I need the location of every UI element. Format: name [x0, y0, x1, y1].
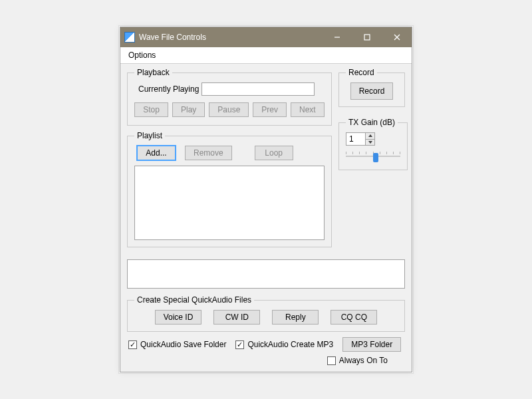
currently-playing-field[interactable]: [201, 82, 315, 96]
record-group: Record Record: [338, 68, 405, 107]
mp3-folder-button[interactable]: MP3 Folder: [342, 337, 401, 352]
playlist-listbox[interactable]: [134, 166, 325, 240]
next-button[interactable]: Next: [291, 102, 325, 117]
pause-button[interactable]: Pause: [209, 102, 249, 117]
playback-group: Playback Currently Playing Stop Play Pau…: [127, 68, 332, 126]
svg-marker-4: [368, 134, 372, 137]
loop-button[interactable]: Loop: [255, 146, 293, 160]
create-mp3-checkbox[interactable]: QuickAudio Create MP3: [235, 340, 333, 349]
minimize-button[interactable]: [322, 27, 352, 47]
cq-cq-button[interactable]: CQ CQ: [331, 310, 377, 325]
special-group: Create Special QuickAudio Files Voice ID…: [127, 295, 405, 332]
always-on-top-checkbox[interactable]: Always On To: [327, 356, 388, 365]
tx-gain-input[interactable]: [346, 133, 365, 145]
prev-button[interactable]: Prev: [253, 102, 287, 117]
playlist-legend: Playlist: [134, 131, 165, 140]
tx-gain-slider[interactable]: [346, 150, 400, 163]
app-icon: [124, 32, 135, 43]
menu-options[interactable]: Options: [124, 49, 160, 61]
save-folder-checkbox[interactable]: QuickAudio Save Folder: [128, 340, 226, 349]
always-on-top-label: Always On To: [339, 356, 388, 365]
play-button[interactable]: Play: [172, 102, 205, 117]
playlist-group: Playlist Add... Remove Loop: [127, 131, 332, 247]
window-title: Wave File Controls: [139, 33, 322, 42]
stop-button[interactable]: Stop: [134, 102, 168, 117]
save-folder-label: QuickAudio Save Folder: [140, 340, 226, 349]
titlebar[interactable]: Wave File Controls: [120, 27, 412, 47]
tx-gain-down[interactable]: [365, 140, 374, 146]
maximize-button[interactable]: [352, 27, 382, 47]
tx-gain-slider-thumb[interactable]: [373, 153, 378, 162]
tx-gain-up[interactable]: [365, 133, 374, 140]
svg-rect-1: [364, 35, 370, 40]
status-textbox[interactable]: [127, 259, 405, 289]
remove-button[interactable]: Remove: [185, 146, 232, 160]
tx-gain-spinner[interactable]: [346, 132, 375, 146]
special-legend: Create Special QuickAudio Files: [134, 295, 254, 305]
playback-legend: Playback: [134, 68, 172, 77]
record-button[interactable]: Record: [350, 82, 394, 100]
close-button[interactable]: [382, 27, 412, 47]
voice-id-button[interactable]: Voice ID: [155, 310, 202, 325]
menubar: Options: [120, 47, 412, 64]
currently-playing-label: Currently Playing: [138, 84, 199, 94]
add-button[interactable]: Add...: [137, 146, 176, 160]
svg-marker-5: [368, 141, 372, 144]
tx-gain-group: TX Gain (dB): [338, 118, 408, 170]
tx-gain-legend: TX Gain (dB): [346, 118, 398, 127]
wave-file-controls-window: Wave File Controls Options Playback Curr…: [120, 27, 412, 372]
create-mp3-label: QuickAudio Create MP3: [247, 340, 333, 349]
reply-button[interactable]: Reply: [272, 310, 319, 325]
record-legend: Record: [346, 68, 377, 77]
cw-id-button[interactable]: CW ID: [213, 310, 260, 325]
